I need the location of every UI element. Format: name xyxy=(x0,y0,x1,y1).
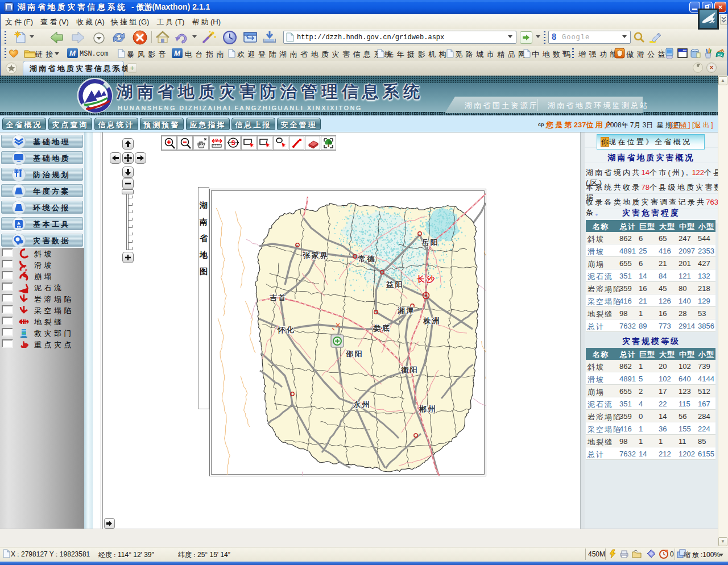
svg-text:?: ? xyxy=(215,138,218,143)
svg-text:S: S xyxy=(231,139,235,146)
